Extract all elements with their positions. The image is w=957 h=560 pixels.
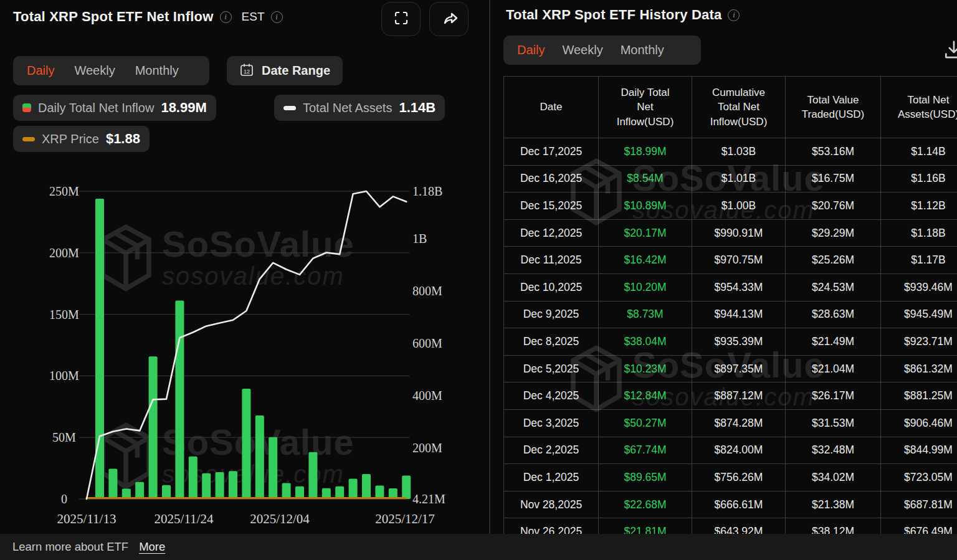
table-value-cell: $25.26M <box>786 247 881 274</box>
svg-text:2025/11/24: 2025/11/24 <box>155 511 214 526</box>
table-value-cell: $844.99M <box>881 437 957 465</box>
etf-dashboard: Total XRP Spot ETF Net Inflow i EST i Da… <box>0 0 957 560</box>
table-value-cell: $1.03B <box>692 138 786 166</box>
svg-text:200M: 200M <box>49 246 79 260</box>
table-value-cell: $22.68M <box>599 491 692 519</box>
tab-weekly[interactable]: Weekly <box>562 43 602 57</box>
table-panel-title: Total XRP Spot ETF History Data <box>506 7 721 23</box>
svg-text:50M: 50M <box>52 430 76 444</box>
table-value-cell: $20.17M <box>599 220 692 247</box>
table-date-cell: Dec 4,2025 <box>504 382 599 410</box>
svg-text:200M: 200M <box>412 441 442 455</box>
table-value-cell: $970.75M <box>692 247 786 274</box>
table-value-cell: $16.42M <box>599 247 692 274</box>
table-value-cell: $50.27M <box>599 410 692 437</box>
panel-divider <box>489 0 490 534</box>
table-value-cell: $21.04M <box>786 356 881 383</box>
svg-text:150M: 150M <box>49 308 79 321</box>
table-date-cell: Dec 3,2025 <box>504 410 599 437</box>
tab-monthly[interactable]: Monthly <box>621 43 664 57</box>
table-value-cell: $24.53M <box>786 274 881 301</box>
svg-text:800M: 800M <box>412 284 442 298</box>
table-value-cell: $29.29M <box>786 220 881 247</box>
history-table: DateDaily TotalNetInflow(USD)CumulativeT… <box>503 76 957 546</box>
table-header-cell: CumulativeTotal NetInflow(USD) <box>692 77 786 138</box>
table-value-cell: $67.74M <box>599 437 692 465</box>
table-value-cell: $939.46M <box>881 274 957 301</box>
table-value-cell: $897.35M <box>692 356 786 383</box>
etf-inflow-chart[interactable]: 250M200M150M100M50M01.18B1B800M600M400M2… <box>0 0 478 536</box>
table-value-cell: $21.38M <box>786 491 881 519</box>
table-value-cell: $861.32M <box>881 356 957 383</box>
table-header-cell: Total ValueTraded(USD) <box>786 77 881 138</box>
table-value-cell: $666.61M <box>692 491 786 519</box>
table-value-cell: $10.23M <box>599 356 692 383</box>
table-panel-header: Total XRP Spot ETF History Data i <box>506 7 740 23</box>
table-value-cell: $21.49M <box>786 328 881 356</box>
table-value-cell: $38.04M <box>599 328 692 356</box>
table-value-cell: $89.65M <box>599 464 692 491</box>
table-value-cell: $32.48M <box>786 437 881 465</box>
table-value-cell: $18.99M <box>599 138 692 166</box>
table-value-cell: $874.28M <box>692 410 786 437</box>
table-value-cell: $723.05M <box>881 464 957 491</box>
table-value-cell: $990.91M <box>692 220 786 247</box>
svg-text:100M: 100M <box>49 369 79 382</box>
table-value-cell: $1.16B <box>881 166 957 193</box>
table-value-cell: $906.46M <box>881 410 957 437</box>
table-value-cell: $1.12B <box>881 192 957 220</box>
table-value-cell: $31.53M <box>786 410 881 437</box>
table-value-cell: $16.75M <box>786 166 881 193</box>
table-value-cell: $20.76M <box>786 192 881 220</box>
table-value-cell: $28.63M <box>786 301 881 329</box>
footer-text: Learn more about ETF <box>12 540 128 554</box>
table-value-cell: $945.49M <box>881 301 957 329</box>
table-value-cell: $824.00M <box>692 437 786 465</box>
footer-bar: Learn more about ETF More <box>0 534 957 560</box>
footer-more-link[interactable]: More <box>139 540 165 554</box>
table-period-tabs: Daily Weekly Monthly <box>503 36 701 65</box>
table-value-cell: $1.18B <box>881 220 957 247</box>
table-value-cell: $756.26M <box>692 464 786 491</box>
svg-text:1B: 1B <box>412 232 427 245</box>
tab-daily[interactable]: Daily <box>517 43 545 57</box>
table-value-cell: $8.54M <box>599 166 692 193</box>
table-value-cell: $687.81M <box>881 491 957 519</box>
table-value-cell: $10.89M <box>599 192 692 220</box>
download-button[interactable] <box>942 39 957 65</box>
table-value-cell: $10.20M <box>599 274 692 301</box>
svg-text:0: 0 <box>61 492 67 506</box>
svg-text:600M: 600M <box>412 336 442 350</box>
table-value-cell: $881.25M <box>881 382 957 410</box>
svg-text:4.21M: 4.21M <box>412 492 445 506</box>
table-value-cell: $944.13M <box>692 301 786 329</box>
table-date-cell: Dec 12,2025 <box>504 220 599 247</box>
info-icon[interactable]: i <box>728 9 740 21</box>
table-date-cell: Dec 9,2025 <box>504 301 599 329</box>
download-icon <box>942 54 957 64</box>
table-date-cell: Dec 10,2025 <box>504 274 599 301</box>
svg-text:2025/12/17: 2025/12/17 <box>375 511 435 526</box>
table-header-cell: Total NetAssets(USD) <box>881 77 957 138</box>
table-value-cell: $1.00B <box>692 192 786 220</box>
table-date-cell: Dec 17,2025 <box>504 138 599 166</box>
svg-text:400M: 400M <box>412 389 442 402</box>
table-date-cell: Dec 2,2025 <box>504 437 599 465</box>
table-value-cell: $887.12M <box>692 382 786 410</box>
table-date-cell: Dec 11,2025 <box>504 247 599 274</box>
table-value-cell: $34.02M <box>786 464 881 491</box>
table-value-cell: $1.17B <box>881 247 957 274</box>
table-date-cell: Dec 1,2025 <box>504 464 599 491</box>
table-date-cell: Dec 15,2025 <box>504 192 599 220</box>
svg-text:250M: 250M <box>49 184 79 198</box>
table-value-cell: $954.33M <box>692 274 786 301</box>
table-value-cell: $935.39M <box>692 328 786 356</box>
svg-text:1.18B: 1.18B <box>412 184 442 198</box>
table-value-cell: $8.73M <box>599 301 692 329</box>
table-value-cell: $12.84M <box>599 382 692 410</box>
table-value-cell: $923.71M <box>881 328 957 356</box>
table-value-cell: $53.16M <box>786 138 881 166</box>
table-header-cell: Daily TotalNetInflow(USD) <box>599 77 692 138</box>
svg-text:2025/12/04: 2025/12/04 <box>250 511 310 526</box>
table-date-cell: Nov 28,2025 <box>504 491 599 519</box>
